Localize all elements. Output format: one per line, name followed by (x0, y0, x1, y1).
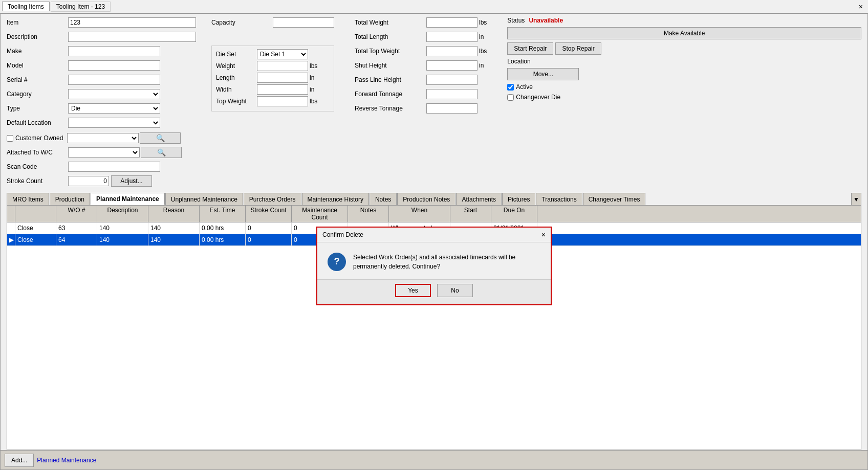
modal-message: Selected Work Order(s) and all associate… (353, 253, 515, 271)
modal-yes-button[interactable]: Yes (395, 284, 431, 297)
confirm-delete-dialog: Confirm Delete × ? Selected Work Order(s… (316, 227, 552, 305)
modal-title-bar: Confirm Delete × (317, 228, 551, 242)
modal-title: Confirm Delete (322, 231, 363, 238)
modal-no-button[interactable]: No (437, 284, 473, 297)
modal-overlay: Confirm Delete × ? Selected Work Order(s… (0, 0, 868, 470)
modal-footer: Yes No (317, 279, 551, 304)
modal-message-line2: permanently deleted. Continue? (353, 263, 440, 270)
modal-message-line1: Selected Work Order(s) and all associate… (353, 254, 515, 261)
modal-close-button[interactable]: × (541, 231, 546, 239)
modal-body: ? Selected Work Order(s) and all associa… (317, 242, 551, 279)
modal-question-icon: ? (328, 253, 346, 271)
